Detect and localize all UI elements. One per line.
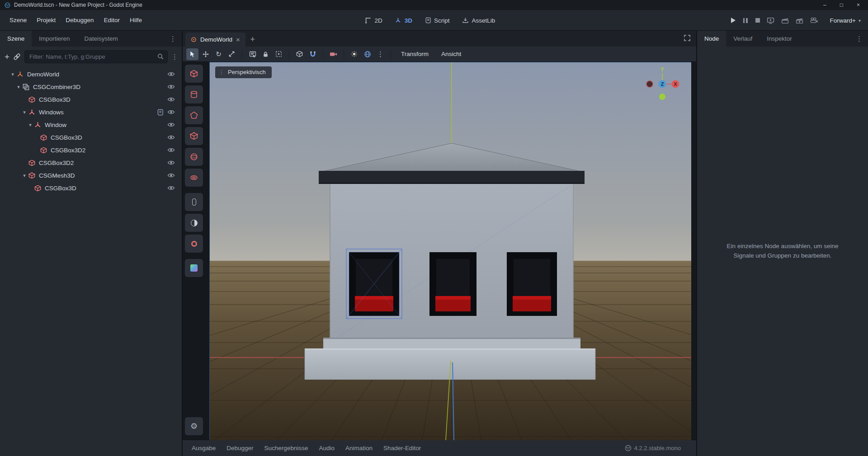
select-tool-button[interactable] bbox=[186, 48, 198, 60]
visibility-eye-icon[interactable] bbox=[167, 71, 175, 77]
bottom-tab-ausgabe[interactable]: Ausgabe bbox=[187, 445, 220, 451]
csg-box-button[interactable] bbox=[185, 65, 203, 83]
renderer-dropdown[interactable]: Forward+ ▾ bbox=[830, 17, 861, 24]
move-tool-button[interactable] bbox=[199, 48, 212, 60]
csg-cylinder-button[interactable] bbox=[185, 85, 203, 103]
bottom-tab-suchergebnisse[interactable]: Suchergebnisse bbox=[260, 445, 313, 451]
tree-row-csgbox3d[interactable]: CSGBox3D bbox=[0, 93, 182, 106]
tree-row-window[interactable]: ▾ Window bbox=[0, 118, 182, 131]
menu-hilfe[interactable]: Hilfe bbox=[125, 14, 147, 26]
ansicht-menu[interactable]: Ansicht bbox=[435, 51, 467, 57]
stop-button[interactable] bbox=[755, 18, 760, 23]
collapse-arrow-icon[interactable]: ▾ bbox=[9, 71, 16, 77]
csg-torus-button[interactable] bbox=[185, 169, 203, 187]
tree-row-windows[interactable]: ▾ Windows bbox=[0, 106, 182, 118]
csg-sphere-button[interactable] bbox=[185, 148, 203, 166]
remote-debug-button[interactable] bbox=[767, 17, 774, 24]
scale-tool-button[interactable] bbox=[226, 48, 238, 60]
minimize-icon[interactable]: – bbox=[823, 2, 826, 8]
dock-menu-dots-icon[interactable]: ⋮ bbox=[850, 31, 868, 47]
tab-verlauf[interactable]: Verlauf bbox=[726, 31, 760, 47]
visibility-eye-icon[interactable] bbox=[167, 147, 175, 153]
viewport-canvas[interactable]: ⋮ Perspektivisch Y Z X bbox=[209, 62, 691, 440]
tree-node-label: CSGCombiner3D bbox=[33, 84, 80, 90]
dock-menu-dots-icon[interactable]: ⋮ bbox=[164, 31, 182, 47]
csg-mesh-button[interactable] bbox=[185, 127, 203, 145]
visibility-eye-icon[interactable] bbox=[167, 84, 175, 89]
tree-row-csgcombiner3d[interactable]: ▾ CSGCombiner3D bbox=[0, 80, 182, 93]
tab-szene[interactable]: Szene bbox=[0, 31, 32, 47]
scene-tab-demoworld[interactable]: DemoWorld × bbox=[185, 33, 245, 47]
instance-scene-link-icon[interactable] bbox=[13, 53, 21, 61]
snap-toggle-button[interactable] bbox=[307, 48, 319, 60]
maximize-icon[interactable]: □ bbox=[840, 2, 843, 8]
list-select-tool-button[interactable] bbox=[246, 48, 259, 60]
tree-row-csgmesh3d[interactable]: ▾ CSGMesh3D bbox=[0, 169, 182, 182]
tab-inspektor[interactable]: Inspektor bbox=[760, 31, 799, 47]
menu-editor[interactable]: Editor bbox=[99, 14, 125, 26]
capsule-button[interactable] bbox=[185, 193, 203, 211]
collapse-arrow-icon[interactable]: ▾ bbox=[15, 84, 22, 90]
menu-projekt[interactable]: Projekt bbox=[32, 14, 61, 26]
tree-row-csgbox3d[interactable]: CSGBox3D bbox=[0, 131, 182, 144]
add-node-button[interactable]: + bbox=[5, 52, 9, 61]
menu-szene[interactable]: Szene bbox=[5, 14, 32, 26]
use-local-space-button[interactable] bbox=[293, 48, 306, 60]
bottom-tab-audio[interactable]: Audio bbox=[314, 445, 339, 451]
collapse-arrow-icon[interactable]: ▾ bbox=[21, 109, 28, 115]
visibility-eye-icon[interactable] bbox=[167, 109, 175, 115]
visibility-eye-icon[interactable] bbox=[167, 122, 175, 127]
axis-gizmo[interactable]: Y Z X bbox=[635, 63, 685, 104]
tab-dateisystem[interactable]: Dateisystem bbox=[77, 31, 125, 47]
new-scene-tab-button[interactable]: + bbox=[245, 33, 260, 47]
visibility-eye-icon[interactable] bbox=[167, 97, 175, 102]
tree-row-demoworld[interactable]: ▾ DemoWorld bbox=[0, 68, 182, 80]
attached-script-icon[interactable] bbox=[157, 109, 163, 116]
play-button[interactable] bbox=[731, 18, 736, 23]
visibility-eye-icon[interactable] bbox=[167, 185, 175, 191]
visibility-eye-icon[interactable] bbox=[167, 160, 175, 165]
pause-button[interactable] bbox=[742, 18, 749, 23]
gridmap-button[interactable] bbox=[185, 259, 203, 277]
workspace-assetlib-button[interactable]: AssetLib bbox=[462, 17, 495, 24]
workspace-script-button[interactable]: Script bbox=[425, 17, 450, 24]
strip-settings-gear-icon[interactable]: ⚙ bbox=[185, 417, 203, 435]
bottom-tab-debugger[interactable]: Debugger bbox=[222, 445, 258, 451]
movie-maker-button[interactable] bbox=[810, 17, 818, 24]
preview-menu-dots-icon[interactable]: ⋮ bbox=[374, 48, 387, 60]
tab-node[interactable]: Node bbox=[697, 31, 726, 47]
viewport-toolbar: ↻ ⋮ Transform Ansicht bbox=[183, 47, 696, 62]
rotate-tool-button[interactable]: ↻ bbox=[212, 48, 225, 60]
preview-sun-button[interactable] bbox=[348, 48, 360, 60]
collapse-arrow-icon[interactable]: ▾ bbox=[27, 122, 34, 128]
scene-menu-dots-icon[interactable]: ⋮ bbox=[171, 53, 178, 61]
tree-row-csgbox3d2[interactable]: CSGBox3D2 bbox=[0, 156, 182, 169]
close-tab-icon[interactable]: × bbox=[236, 36, 240, 43]
visibility-eye-icon[interactable] bbox=[167, 173, 175, 178]
tree-row-csgbox3d[interactable]: CSGBox3D bbox=[0, 182, 182, 194]
decal-button[interactable] bbox=[185, 235, 203, 253]
group-node-button[interactable] bbox=[273, 48, 285, 60]
scene-filter-input[interactable] bbox=[24, 50, 168, 63]
distraction-free-icon[interactable] bbox=[684, 34, 691, 42]
tree-row-csgbox3d2[interactable]: CSGBox3D2 bbox=[0, 144, 182, 156]
workspace-3d-button[interactable]: 3D bbox=[395, 17, 412, 24]
visibility-eye-icon[interactable] bbox=[167, 135, 175, 140]
workspace-2d-button[interactable]: 2D bbox=[365, 17, 382, 24]
transform-menu[interactable]: Transform bbox=[395, 51, 434, 57]
lock-node-button[interactable] bbox=[259, 48, 272, 60]
bottom-tab-shader-editor[interactable]: Shader-Editor bbox=[379, 445, 425, 451]
occluder-button[interactable] bbox=[185, 214, 203, 232]
close-icon[interactable]: × bbox=[857, 2, 860, 8]
menubar: Szene Projekt Debuggen Editor Hilfe 2D 3… bbox=[0, 10, 868, 31]
bottom-tab-animation[interactable]: Animation bbox=[341, 445, 377, 451]
camera-override-button[interactable] bbox=[327, 48, 340, 60]
menu-debuggen[interactable]: Debuggen bbox=[61, 14, 99, 26]
projection-dropdown[interactable]: ⋮ Perspektivisch bbox=[215, 66, 272, 78]
collapse-arrow-icon[interactable]: ▾ bbox=[21, 173, 28, 179]
preview-environment-button[interactable] bbox=[361, 48, 373, 60]
tab-importieren[interactable]: Importieren bbox=[32, 31, 77, 47]
play-custom-scene-button[interactable] bbox=[796, 17, 803, 24]
csg-polygon-button[interactable] bbox=[185, 106, 203, 124]
play-scene-button[interactable] bbox=[781, 17, 789, 24]
